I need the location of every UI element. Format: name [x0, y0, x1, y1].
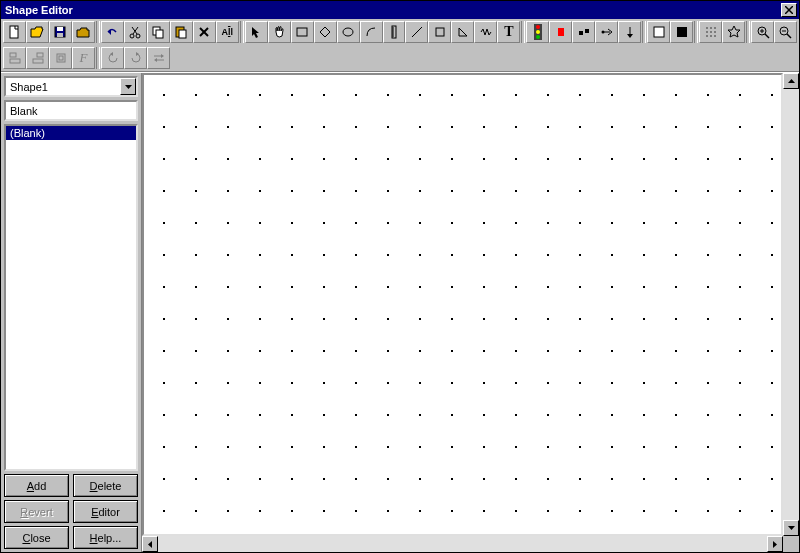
- stoplight-icon[interactable]: [526, 21, 549, 43]
- close-button[interactable]: Close: [4, 526, 69, 549]
- help-button[interactable]: Help...: [73, 526, 138, 549]
- dropdown-arrow-icon: [120, 78, 136, 95]
- svg-marker-17: [252, 27, 259, 38]
- record-icon[interactable]: [549, 21, 572, 43]
- ruler-vertical-icon[interactable]: [383, 21, 406, 43]
- scroll-left-icon[interactable]: [142, 536, 158, 552]
- open-file-icon[interactable]: [26, 21, 49, 43]
- swap-icon[interactable]: [147, 47, 170, 69]
- center-icon[interactable]: [49, 47, 72, 69]
- toolbar-separator: [694, 21, 698, 43]
- paste-icon[interactable]: [170, 21, 193, 43]
- hand-icon[interactable]: [268, 21, 291, 43]
- svg-marker-74: [788, 526, 795, 530]
- rectangle-icon[interactable]: [291, 21, 314, 43]
- scroll-up-icon[interactable]: [783, 73, 799, 89]
- rotate-cw-icon[interactable]: [124, 47, 147, 69]
- svg-rect-41: [654, 27, 664, 37]
- svg-marker-52: [728, 26, 740, 37]
- arrow-down-icon[interactable]: [618, 21, 641, 43]
- svg-rect-62: [37, 53, 43, 57]
- ellipse-icon[interactable]: [337, 21, 360, 43]
- diamond-icon[interactable]: [314, 21, 337, 43]
- delete-button[interactable]: Delete: [73, 474, 138, 497]
- flip-icon[interactable]: [595, 21, 618, 43]
- svg-rect-42: [677, 27, 687, 37]
- svg-line-29: [459, 28, 467, 36]
- svg-point-10: [136, 34, 140, 38]
- zigzag-icon[interactable]: [474, 21, 497, 43]
- svg-rect-4: [57, 27, 63, 31]
- scroll-track[interactable]: [158, 536, 767, 552]
- grid-icon[interactable]: [699, 21, 722, 43]
- add-button[interactable]: Add: [4, 474, 69, 497]
- revert-button[interactable]: Revert: [4, 500, 69, 523]
- toolbar-separator: [746, 21, 750, 43]
- svg-point-51: [714, 35, 715, 36]
- svg-point-9: [130, 34, 134, 38]
- copy-icon[interactable]: [147, 21, 170, 43]
- svg-rect-65: [59, 56, 63, 60]
- rotate-ccw-icon[interactable]: [101, 47, 124, 69]
- rect-outline-icon[interactable]: [647, 21, 670, 43]
- cut-icon[interactable]: [124, 21, 147, 43]
- target-icon[interactable]: [722, 21, 745, 43]
- svg-rect-28: [436, 28, 444, 36]
- format-icon[interactable]: F: [72, 47, 95, 69]
- scroll-right-icon[interactable]: [767, 536, 783, 552]
- toolbars: All T: [1, 19, 799, 72]
- svg-marker-76: [773, 541, 777, 548]
- shape-selector-value: Shape1: [6, 81, 120, 93]
- square-tool-icon[interactable]: [428, 21, 451, 43]
- list-item[interactable]: (Blank): [6, 126, 136, 140]
- pointer-icon[interactable]: [245, 21, 268, 43]
- svg-marker-73: [788, 79, 795, 83]
- new-file-icon[interactable]: [3, 21, 26, 43]
- titlebar: Shape Editor: [1, 1, 799, 19]
- zoom-out-icon[interactable]: [774, 21, 797, 43]
- svg-point-33: [536, 35, 540, 39]
- toolbar-separator: [96, 21, 100, 43]
- svg-marker-19: [320, 27, 330, 37]
- zoom-in-icon[interactable]: [751, 21, 774, 43]
- close-window-button[interactable]: [781, 3, 797, 17]
- list-item-label: (Blank): [10, 127, 45, 139]
- svg-marker-40: [627, 34, 633, 38]
- handle-icon[interactable]: [572, 21, 595, 43]
- toolbar-separator: [642, 21, 646, 43]
- svg-rect-12: [156, 30, 163, 38]
- scroll-track[interactable]: [783, 89, 799, 520]
- horizontal-scrollbar[interactable]: [142, 536, 783, 552]
- shape-name-input[interactable]: Blank: [4, 100, 138, 121]
- rect-filled-icon[interactable]: [670, 21, 693, 43]
- align-1-icon[interactable]: [3, 47, 26, 69]
- align-2-icon[interactable]: [26, 47, 49, 69]
- svg-rect-64: [57, 54, 65, 62]
- svg-point-38: [601, 31, 604, 34]
- undo-icon[interactable]: [101, 21, 124, 43]
- svg-marker-66: [110, 52, 113, 56]
- svg-rect-63: [33, 59, 43, 63]
- line-icon[interactable]: [405, 21, 428, 43]
- svg-rect-18: [297, 28, 307, 36]
- scroll-down-icon[interactable]: [783, 520, 799, 536]
- shape-selector-dropdown[interactable]: Shape1: [4, 76, 138, 97]
- angle-icon[interactable]: [451, 21, 474, 43]
- editor-button[interactable]: Editor: [73, 500, 138, 523]
- svg-point-47: [710, 31, 711, 32]
- svg-marker-67: [136, 52, 139, 56]
- svg-point-45: [714, 27, 715, 28]
- save-file-icon[interactable]: [49, 21, 72, 43]
- select-all-icon[interactable]: All: [216, 21, 239, 43]
- text-icon[interactable]: T: [497, 21, 520, 43]
- vertical-scrollbar[interactable]: [783, 73, 799, 536]
- toolbar-separator: [521, 21, 525, 43]
- delete-icon[interactable]: [193, 21, 216, 43]
- arc-icon[interactable]: [360, 21, 383, 43]
- svg-point-50: [710, 35, 711, 36]
- open-folder-icon[interactable]: [72, 21, 95, 43]
- svg-rect-61: [10, 59, 20, 63]
- drawing-canvas[interactable]: [142, 73, 783, 536]
- shape-list[interactable]: (Blank): [4, 124, 138, 471]
- svg-rect-5: [57, 33, 63, 37]
